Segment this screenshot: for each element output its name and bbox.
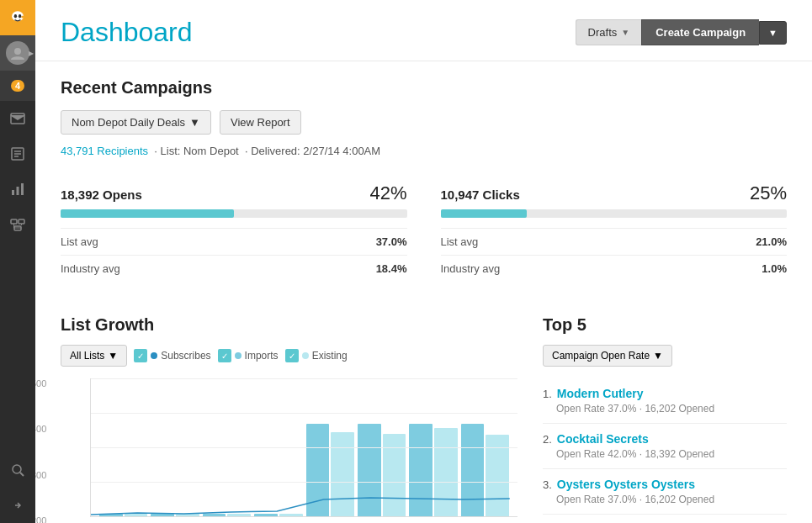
y-label-300: 300 xyxy=(35,470,46,480)
svg-line-21 xyxy=(20,473,24,476)
opens-progress-fill xyxy=(61,209,234,218)
subscribes-legend-dot xyxy=(151,352,157,359)
clicks-pct: 25% xyxy=(750,182,787,204)
campaign-open-rate-button[interactable]: Campaign Open Rate ▼ xyxy=(543,345,672,367)
drafts-caret-icon: ▼ xyxy=(621,28,629,37)
notifications-badge[interactable]: 4 xyxy=(0,71,35,101)
imports-checkbox[interactable]: ✓ xyxy=(218,349,231,362)
header-actions: Drafts ▼ Create Campaign ▼ xyxy=(576,19,787,45)
create-campaign-dropdown[interactable]: ▼ xyxy=(759,21,787,45)
sidebar: ▶ 4 xyxy=(0,0,35,523)
clicks-industry-avg: Industry avg 1.0% xyxy=(441,255,788,282)
top5-item-1: 1. Modern Cutlery Open Rate 37.0% · 16,2… xyxy=(543,378,787,424)
imports-label: Imports xyxy=(245,350,279,362)
top5-rank-1: 1. xyxy=(543,388,552,400)
svg-point-3 xyxy=(19,14,21,18)
recent-campaigns-title: Recent Campaigns xyxy=(61,78,787,98)
grid-line-400 xyxy=(91,413,517,414)
drafts-label: Drafts xyxy=(588,26,618,39)
svg-point-20 xyxy=(13,465,21,473)
campaign-selector-button[interactable]: Nom Depot Daily Deals ▼ xyxy=(61,110,211,135)
recipients-link[interactable]: 43,791 Recipients xyxy=(61,145,148,157)
svg-point-5 xyxy=(14,48,21,55)
main-content: Dashboard Drafts ▼ Create Campaign ▼ Rec… xyxy=(35,0,812,523)
clicks-progress-fill xyxy=(441,209,528,218)
content-area: Recent Campaigns Nom Depot Daily Deals ▼… xyxy=(35,61,812,523)
top5-name-1[interactable]: Modern Cutlery xyxy=(557,387,644,400)
opens-label: 18,392 Opens xyxy=(61,188,142,202)
grid-line-200 xyxy=(91,482,517,483)
top5-rank-2: 2. xyxy=(543,433,552,446)
all-lists-button[interactable]: All Lists ▼ xyxy=(61,345,127,367)
clicks-stat: 10,947 Clicks 25% List avg 21.0% Industr… xyxy=(441,174,788,290)
sidebar-item-lists[interactable] xyxy=(0,136,35,172)
chart-line xyxy=(91,491,517,516)
sidebar-item-automations[interactable] xyxy=(0,207,35,242)
existing-checkbox[interactable]: ✓ xyxy=(285,349,299,362)
svg-rect-12 xyxy=(17,187,19,195)
imports-legend-dot xyxy=(235,352,241,359)
subscribes-label: Subscribes xyxy=(161,350,210,362)
create-campaign-button[interactable]: Create Campaign xyxy=(641,19,759,45)
top5-name-2[interactable]: Cocktail Secrets xyxy=(557,432,649,446)
sidebar-item-reports[interactable] xyxy=(0,172,35,207)
existing-legend: ✓ Existing xyxy=(285,349,348,362)
all-lists-caret-icon: ▼ xyxy=(108,350,118,362)
top5-title: Top 5 xyxy=(543,315,787,335)
top5-item-3: 3. Oysters Oysters Oysters Open Rate 37.… xyxy=(543,469,787,515)
svg-rect-13 xyxy=(21,183,24,195)
sidebar-item-campaigns[interactable] xyxy=(0,101,35,136)
existing-legend-dot xyxy=(302,352,309,359)
sidebar-expand[interactable] xyxy=(0,488,35,523)
top5-rank-3: 3. xyxy=(543,478,552,491)
y-label-200: 200 xyxy=(35,515,46,523)
list-label: List: Nom Depot xyxy=(161,145,239,157)
delivered-meta: Delivered: 2/27/14 4:00AM xyxy=(251,145,380,157)
chart-container: 500 400 300 200 xyxy=(61,378,517,523)
drafts-button[interactable]: Drafts ▼ xyxy=(576,19,642,45)
mailchimp-logo[interactable] xyxy=(0,0,35,35)
campaign-dropdown-icon: ▼ xyxy=(189,116,200,129)
svg-point-4 xyxy=(21,16,24,18)
subscribes-checkbox[interactable]: ✓ xyxy=(134,349,147,362)
page-header: Dashboard Drafts ▼ Create Campaign ▼ xyxy=(35,0,812,61)
campaign-open-rate-caret: ▼ xyxy=(653,350,663,362)
clicks-list-avg-val: 21.0% xyxy=(756,235,787,248)
page-title: Dashboard xyxy=(61,17,193,48)
y-label-500: 500 xyxy=(35,378,46,388)
opens-pct: 42% xyxy=(369,182,406,204)
clicks-industry-avg-val: 1.0% xyxy=(762,262,787,275)
chart-controls: All Lists ▼ ✓ Subscribes ✓ Imports ✓ xyxy=(61,345,517,367)
svg-rect-14 xyxy=(11,219,17,224)
campaign-meta: 43,791 Recipients · List: Nom Depot · De… xyxy=(61,145,787,157)
grid-line-500 xyxy=(91,378,517,379)
bottom-section: List Growth All Lists ▼ ✓ Subscribes ✓ xyxy=(61,315,787,523)
view-report-button[interactable]: View Report xyxy=(220,110,301,135)
user-avatar[interactable]: ▶ xyxy=(0,35,35,71)
sidebar-item-search[interactable] xyxy=(0,452,35,488)
list-growth-title: List Growth xyxy=(61,315,517,335)
clicks-list-avg: List avg 21.0% xyxy=(441,228,788,255)
chart-area xyxy=(90,378,517,517)
existing-label: Existing xyxy=(312,350,348,362)
chart-y-labels: 500 400 300 200 xyxy=(35,378,46,523)
opens-progress-bg xyxy=(61,209,407,218)
opens-stat: 18,392 Opens 42% List avg 37.0% Industry… xyxy=(61,174,407,290)
opens-industry-avg-val: 18.4% xyxy=(376,262,407,275)
clicks-list-avg-label: List avg xyxy=(441,235,479,248)
top5-name-3[interactable]: Oysters Oysters Oysters xyxy=(557,478,695,491)
top5-item-2: 2. Cocktail Secrets Open Rate 42.0% · 18… xyxy=(543,424,787,469)
list-growth-section: List Growth All Lists ▼ ✓ Subscribes ✓ xyxy=(61,315,517,523)
opens-list-avg: List avg 37.0% xyxy=(61,228,407,255)
top5-meta-3: Open Rate 37.0% · 16,202 Opened xyxy=(543,494,787,505)
opens-industry-avg: Industry avg 18.4% xyxy=(61,255,407,282)
top5-section: Top 5 Campaign Open Rate ▼ 1. Modern Cut… xyxy=(543,315,787,523)
clicks-progress-bg xyxy=(441,209,788,218)
svg-point-2 xyxy=(14,14,17,18)
top5-meta-2: Open Rate 42.0% · 18,392 Opened xyxy=(543,448,787,460)
top5-meta-1: Open Rate 37.0% · 16,202 Opened xyxy=(543,403,787,415)
svg-rect-15 xyxy=(19,219,24,224)
campaign-open-rate-label: Campaign Open Rate xyxy=(552,350,650,362)
campaign-bar: Nom Depot Daily Deals ▼ View Report xyxy=(61,110,787,135)
opens-list-avg-val: 37.0% xyxy=(376,235,407,248)
